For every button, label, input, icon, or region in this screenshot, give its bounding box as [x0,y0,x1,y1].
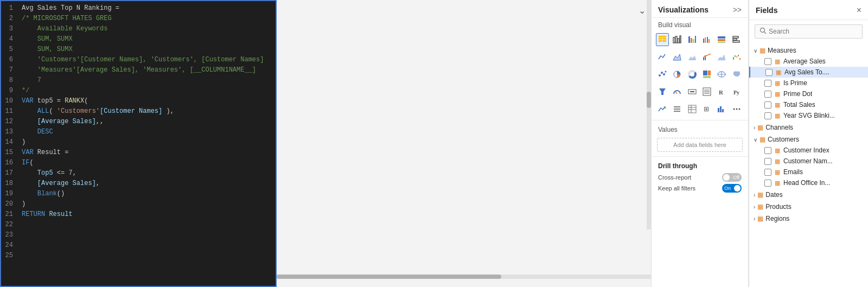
viz-icon-python[interactable]: Py [730,85,743,98]
viz-icon-pie[interactable] [671,68,684,81]
field-checkbox[interactable] [764,147,771,154]
viz-icon-kpi[interactable] [656,103,669,116]
tree-group-header-channels[interactable]: › ▦ Channels [749,122,868,133]
table-icon: ▦ [757,124,763,131]
field-label: Customer Nam... [783,157,833,165]
tree-group-header-regions[interactable]: › ▦ Regions [749,213,868,224]
group-label: Products [765,203,791,211]
measure-icon: ▦ [775,80,780,87]
svg-rect-0 [659,36,666,37]
scrollbar-h-thumb[interactable] [277,275,501,279]
field-checkbox[interactable] [764,169,771,176]
tree-item[interactable]: ▦ Head Office In... [749,177,868,188]
measure-icon: ▦ [775,101,780,109]
field-checkbox[interactable] [764,80,771,87]
viz-icon-grouped-bar[interactable] [700,33,713,46]
measure-icon: ▦ [775,158,780,165]
viz-icon-more[interactable] [730,103,743,116]
viz-icon-donut[interactable] [686,68,699,81]
field-label: Prime Dot [783,90,812,98]
measure-icon: ▦ [775,91,780,98]
tree-group-header-products[interactable]: › ▦ Products [749,201,868,212]
line-numbers: 1234567891011121314151617181920212223242… [1,1,17,286]
tree-item[interactable]: ▦ Customer Nam... [749,156,868,167]
field-checkbox[interactable] [765,69,773,76]
viz-icon-treemap[interactable] [700,68,713,81]
table-icon: ▦ [757,215,763,222]
viz-icon-table[interactable] [686,103,699,116]
tree-item[interactable]: ▦ Total Sales [749,99,868,110]
tree-item[interactable]: ▦ Average Sales [749,56,868,67]
canvas-area: ⌄ [277,0,651,287]
field-checkbox[interactable] [764,101,771,109]
tree-item[interactable]: ▦ Avg Sales To.... [749,67,868,78]
vertical-scrollbar[interactable] [647,0,651,229]
viz-icon-map[interactable] [715,68,728,81]
field-checkbox[interactable] [764,58,771,65]
viz-icon-filled-map[interactable] [730,68,743,81]
viz-icon-r-visual[interactable]: R [715,85,728,98]
field-checkbox[interactable] [764,180,771,187]
measure-icon: ▦ [776,69,781,76]
field-checkbox[interactable] [764,158,771,165]
viz-icon-ribbon[interactable] [715,50,728,63]
chevron-icon: › [754,125,755,131]
fields-close-button[interactable]: × [857,5,861,15]
add-data-field[interactable]: Add data fields here [657,138,743,152]
cross-report-toggle[interactable]: Off [722,173,742,182]
viz-icon-gauge[interactable] [671,85,684,98]
table-icon: ▦ [760,47,765,54]
svg-line-46 [675,91,677,94]
code-editor[interactable]: 1234567891011121314151617181920212223242… [0,0,277,287]
cross-report-toggle-text: Off [733,175,739,180]
viz-icon-bar-chart2[interactable] [715,103,728,116]
tree-group-products: › ▦ Products [749,201,868,212]
field-checkbox[interactable] [764,91,771,98]
svg-point-68 [736,109,737,110]
viz-icon-matrix[interactable]: ⊞ [700,103,713,116]
svg-rect-32 [739,58,741,60]
horizontal-scrollbar[interactable] [277,275,651,279]
svg-rect-4 [662,40,666,42]
field-label: Year SVG Blinki... [783,112,835,119]
viz-icon-funnel[interactable] [656,85,669,98]
keep-all-filters-toggle[interactable]: On [722,184,742,193]
svg-rect-17 [718,36,725,39]
tree-group-header-customers[interactable]: ∨ ▦ Customers [749,134,868,145]
scrollbar-thumb[interactable] [647,92,651,108]
tree-item[interactable]: ▦ Year SVG Blinki... [749,110,868,121]
field-label: Customer Index [783,146,829,154]
viz-icon-combo[interactable] [700,50,713,63]
collapse-button[interactable]: ⌄ [639,5,646,16]
tree-item[interactable]: ▦ Emails [749,167,868,177]
tree-item[interactable]: ▦ Is Prime [749,78,868,88]
svg-rect-28 [733,57,734,60]
svg-rect-66 [722,109,724,112]
viz-icon-bar-chart[interactable] [671,33,684,46]
search-box[interactable] [755,24,863,39]
tree-group-header-measures[interactable]: ∨ ▦ Measures [749,45,868,56]
tree-item[interactable]: ▦ Customer Index [749,145,868,156]
viz-icon-area[interactable] [671,50,684,63]
viz-icon-stacked-bar[interactable] [686,33,699,46]
viz-icon-horizontal-bar[interactable] [730,33,743,46]
viz-icon-stacked-area[interactable] [686,50,699,63]
viz-icon-table-matrix[interactable] [656,33,669,46]
viz-icon-card[interactable] [686,85,699,98]
keep-all-filters-label: Keep all filters [658,185,695,192]
svg-rect-22 [733,41,739,42]
field-label: Is Prime [783,79,807,87]
viz-icon-100pct-bar[interactable] [715,33,728,46]
viz-icon-multirow-card[interactable] [700,85,713,98]
viz-expand-button[interactable]: >> [733,5,742,14]
tree-group-header-dates[interactable]: › ▦ Dates [749,189,868,200]
viz-icon-waterfall[interactable] [730,50,743,63]
viz-icon-scatter[interactable] [656,68,669,81]
svg-rect-7 [678,39,679,43]
search-input[interactable] [769,28,858,35]
code-text[interactable]: Avg Sales Top N Ranking = /* MICROSOFT H… [17,1,276,286]
field-checkbox[interactable] [764,112,771,119]
viz-icon-line[interactable] [656,50,669,63]
tree-item[interactable]: ▦ Prime Dot [749,88,868,99]
viz-icon-slicer[interactable] [671,103,684,116]
